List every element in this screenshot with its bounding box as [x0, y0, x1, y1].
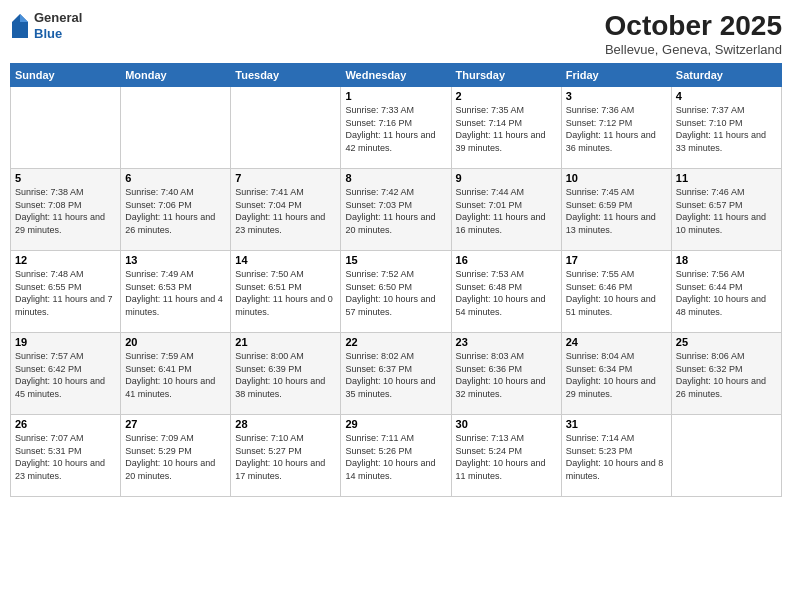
calendar-cell: 21Sunrise: 8:00 AM Sunset: 6:39 PM Dayli…: [231, 333, 341, 415]
day-info: Sunrise: 7:48 AM Sunset: 6:55 PM Dayligh…: [15, 268, 116, 318]
day-number: 24: [566, 336, 667, 348]
calendar-cell: 8Sunrise: 7:42 AM Sunset: 7:03 PM Daylig…: [341, 169, 451, 251]
day-info: Sunrise: 8:02 AM Sunset: 6:37 PM Dayligh…: [345, 350, 446, 400]
calendar-cell: 28Sunrise: 7:10 AM Sunset: 5:27 PM Dayli…: [231, 415, 341, 497]
day-info: Sunrise: 7:37 AM Sunset: 7:10 PM Dayligh…: [676, 104, 777, 154]
calendar-cell: 26Sunrise: 7:07 AM Sunset: 5:31 PM Dayli…: [11, 415, 121, 497]
calendar-cell: 6Sunrise: 7:40 AM Sunset: 7:06 PM Daylig…: [121, 169, 231, 251]
calendar-header-wednesday: Wednesday: [341, 64, 451, 87]
day-info: Sunrise: 7:07 AM Sunset: 5:31 PM Dayligh…: [15, 432, 116, 482]
page-header: General Blue October 2025 Bellevue, Gene…: [10, 10, 782, 57]
calendar-cell: 25Sunrise: 8:06 AM Sunset: 6:32 PM Dayli…: [671, 333, 781, 415]
calendar-header-saturday: Saturday: [671, 64, 781, 87]
calendar-cell: 27Sunrise: 7:09 AM Sunset: 5:29 PM Dayli…: [121, 415, 231, 497]
day-number: 4: [676, 90, 777, 102]
calendar-cell: 4Sunrise: 7:37 AM Sunset: 7:10 PM Daylig…: [671, 87, 781, 169]
month-title: October 2025: [605, 10, 782, 42]
day-info: Sunrise: 7:59 AM Sunset: 6:41 PM Dayligh…: [125, 350, 226, 400]
day-info: Sunrise: 7:46 AM Sunset: 6:57 PM Dayligh…: [676, 186, 777, 236]
day-number: 6: [125, 172, 226, 184]
day-number: 22: [345, 336, 446, 348]
day-info: Sunrise: 7:38 AM Sunset: 7:08 PM Dayligh…: [15, 186, 116, 236]
day-info: Sunrise: 7:41 AM Sunset: 7:04 PM Dayligh…: [235, 186, 336, 236]
page-container: General Blue October 2025 Bellevue, Gene…: [0, 0, 792, 612]
day-number: 18: [676, 254, 777, 266]
calendar-header-monday: Monday: [121, 64, 231, 87]
day-info: Sunrise: 8:03 AM Sunset: 6:36 PM Dayligh…: [456, 350, 557, 400]
calendar-cell: 1Sunrise: 7:33 AM Sunset: 7:16 PM Daylig…: [341, 87, 451, 169]
day-info: Sunrise: 7:53 AM Sunset: 6:48 PM Dayligh…: [456, 268, 557, 318]
calendar-cell: 2Sunrise: 7:35 AM Sunset: 7:14 PM Daylig…: [451, 87, 561, 169]
day-number: 1: [345, 90, 446, 102]
day-info: Sunrise: 7:10 AM Sunset: 5:27 PM Dayligh…: [235, 432, 336, 482]
day-info: Sunrise: 7:52 AM Sunset: 6:50 PM Dayligh…: [345, 268, 446, 318]
logo: General Blue: [10, 10, 82, 41]
day-number: 8: [345, 172, 446, 184]
day-number: 25: [676, 336, 777, 348]
day-number: 16: [456, 254, 557, 266]
day-info: Sunrise: 7:14 AM Sunset: 5:23 PM Dayligh…: [566, 432, 667, 482]
location: Bellevue, Geneva, Switzerland: [605, 42, 782, 57]
calendar-cell: 14Sunrise: 7:50 AM Sunset: 6:51 PM Dayli…: [231, 251, 341, 333]
svg-marker-1: [20, 14, 28, 22]
day-number: 2: [456, 90, 557, 102]
day-info: Sunrise: 7:45 AM Sunset: 6:59 PM Dayligh…: [566, 186, 667, 236]
calendar-cell: 10Sunrise: 7:45 AM Sunset: 6:59 PM Dayli…: [561, 169, 671, 251]
day-info: Sunrise: 7:56 AM Sunset: 6:44 PM Dayligh…: [676, 268, 777, 318]
day-info: Sunrise: 8:04 AM Sunset: 6:34 PM Dayligh…: [566, 350, 667, 400]
calendar-cell: 31Sunrise: 7:14 AM Sunset: 5:23 PM Dayli…: [561, 415, 671, 497]
calendar-cell: 20Sunrise: 7:59 AM Sunset: 6:41 PM Dayli…: [121, 333, 231, 415]
day-number: 13: [125, 254, 226, 266]
day-info: Sunrise: 7:36 AM Sunset: 7:12 PM Dayligh…: [566, 104, 667, 154]
day-number: 21: [235, 336, 336, 348]
calendar-cell: 22Sunrise: 8:02 AM Sunset: 6:37 PM Dayli…: [341, 333, 451, 415]
day-number: 26: [15, 418, 116, 430]
day-number: 10: [566, 172, 667, 184]
day-number: 23: [456, 336, 557, 348]
calendar-header-thursday: Thursday: [451, 64, 561, 87]
logo-icon: [10, 12, 30, 40]
day-number: 7: [235, 172, 336, 184]
day-number: 5: [15, 172, 116, 184]
day-number: 29: [345, 418, 446, 430]
calendar-header-friday: Friday: [561, 64, 671, 87]
calendar-cell: 12Sunrise: 7:48 AM Sunset: 6:55 PM Dayli…: [11, 251, 121, 333]
day-info: Sunrise: 8:06 AM Sunset: 6:32 PM Dayligh…: [676, 350, 777, 400]
day-info: Sunrise: 7:42 AM Sunset: 7:03 PM Dayligh…: [345, 186, 446, 236]
calendar-cell: 5Sunrise: 7:38 AM Sunset: 7:08 PM Daylig…: [11, 169, 121, 251]
calendar-table: SundayMondayTuesdayWednesdayThursdayFrid…: [10, 63, 782, 497]
day-info: Sunrise: 7:09 AM Sunset: 5:29 PM Dayligh…: [125, 432, 226, 482]
day-number: 28: [235, 418, 336, 430]
day-number: 12: [15, 254, 116, 266]
day-number: 30: [456, 418, 557, 430]
calendar-cell: 29Sunrise: 7:11 AM Sunset: 5:26 PM Dayli…: [341, 415, 451, 497]
day-info: Sunrise: 8:00 AM Sunset: 6:39 PM Dayligh…: [235, 350, 336, 400]
day-number: 9: [456, 172, 557, 184]
day-number: 27: [125, 418, 226, 430]
calendar-header-tuesday: Tuesday: [231, 64, 341, 87]
day-number: 17: [566, 254, 667, 266]
calendar-header-row: SundayMondayTuesdayWednesdayThursdayFrid…: [11, 64, 782, 87]
calendar-cell: 24Sunrise: 8:04 AM Sunset: 6:34 PM Dayli…: [561, 333, 671, 415]
calendar-cell: 3Sunrise: 7:36 AM Sunset: 7:12 PM Daylig…: [561, 87, 671, 169]
calendar-cell: 19Sunrise: 7:57 AM Sunset: 6:42 PM Dayli…: [11, 333, 121, 415]
day-info: Sunrise: 7:35 AM Sunset: 7:14 PM Dayligh…: [456, 104, 557, 154]
calendar-cell: 18Sunrise: 7:56 AM Sunset: 6:44 PM Dayli…: [671, 251, 781, 333]
calendar-cell: [121, 87, 231, 169]
logo-text: General Blue: [34, 10, 82, 41]
day-number: 14: [235, 254, 336, 266]
calendar-cell: 17Sunrise: 7:55 AM Sunset: 6:46 PM Dayli…: [561, 251, 671, 333]
calendar-week-row: 5Sunrise: 7:38 AM Sunset: 7:08 PM Daylig…: [11, 169, 782, 251]
title-block: October 2025 Bellevue, Geneva, Switzerla…: [605, 10, 782, 57]
calendar-week-row: 19Sunrise: 7:57 AM Sunset: 6:42 PM Dayli…: [11, 333, 782, 415]
day-info: Sunrise: 7:44 AM Sunset: 7:01 PM Dayligh…: [456, 186, 557, 236]
calendar-cell: 13Sunrise: 7:49 AM Sunset: 6:53 PM Dayli…: [121, 251, 231, 333]
calendar-week-row: 1Sunrise: 7:33 AM Sunset: 7:16 PM Daylig…: [11, 87, 782, 169]
calendar-cell: 7Sunrise: 7:41 AM Sunset: 7:04 PM Daylig…: [231, 169, 341, 251]
calendar-cell: 16Sunrise: 7:53 AM Sunset: 6:48 PM Dayli…: [451, 251, 561, 333]
logo-blue: Blue: [34, 26, 82, 42]
day-number: 20: [125, 336, 226, 348]
day-number: 31: [566, 418, 667, 430]
day-info: Sunrise: 7:13 AM Sunset: 5:24 PM Dayligh…: [456, 432, 557, 482]
calendar-cell: 11Sunrise: 7:46 AM Sunset: 6:57 PM Dayli…: [671, 169, 781, 251]
